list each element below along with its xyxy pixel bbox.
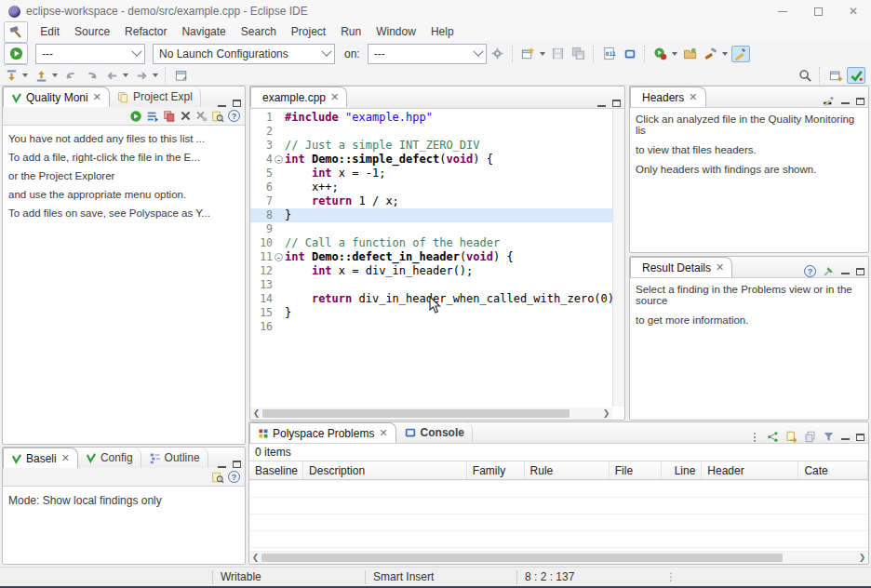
close-icon[interactable]: ✕	[716, 261, 724, 274]
chevron-down-icon[interactable]	[52, 74, 58, 77]
code-line-11[interactable]: 11int Demo::defect_in_header(void) {	[250, 250, 612, 264]
scroll-right-icon[interactable]: ❯	[856, 552, 868, 564]
menu-search[interactable]: Search	[234, 23, 284, 40]
launch-target-combo[interactable]: ---	[368, 44, 487, 64]
menu-window[interactable]: Window	[368, 23, 423, 40]
code-editor[interactable]: 1#include "example.hpp"23// Just a simpl…	[250, 108, 624, 420]
scroll-left-icon[interactable]: ❮	[250, 408, 262, 420]
polyspace-perspective-button[interactable]	[847, 67, 865, 84]
fold-collapse-icon[interactable]	[275, 155, 283, 164]
undo-button[interactable]	[61, 67, 80, 84]
open-perspective-button[interactable]	[826, 67, 845, 84]
baseline-tab-outline[interactable]: Outline	[141, 448, 208, 468]
column-header-file[interactable]: File	[610, 461, 662, 479]
close-icon[interactable]: ✕	[689, 91, 697, 103]
code-line-2[interactable]: 2	[250, 125, 612, 139]
view-menu-icon[interactable]	[749, 432, 760, 443]
menu-run[interactable]: Run	[333, 23, 368, 40]
chevron-down-icon[interactable]	[153, 74, 158, 77]
code-line-12[interactable]: 12 int x = div_in_header();	[250, 264, 612, 278]
menu-navigate[interactable]: Navigate	[174, 23, 233, 40]
column-header-rule[interactable]: Rule	[525, 461, 610, 479]
scroll-right-icon[interactable]: ❯	[600, 408, 612, 420]
close-icon[interactable]: ✕	[93, 91, 101, 103]
chevron-down-icon[interactable]	[672, 52, 677, 56]
forward-button[interactable]	[132, 67, 151, 84]
delete-all-icon[interactable]	[195, 110, 208, 122]
search-button[interactable]	[796, 67, 814, 84]
run-analysis-icon[interactable]	[129, 110, 142, 123]
redo-button[interactable]	[82, 67, 100, 84]
menu-refactor[interactable]: Refactor	[117, 23, 174, 40]
build-configuration-combo[interactable]: ---	[35, 44, 145, 64]
save-all-button[interactable]	[570, 46, 588, 62]
code-line-13[interactable]: 13	[250, 278, 612, 292]
chevron-down-icon[interactable]	[22, 74, 28, 77]
code-line-4[interactable]: 4int Demo::simple_defect(void) {	[250, 153, 612, 167]
fold-collapse-icon[interactable]	[275, 253, 283, 261]
minimize-button[interactable]	[765, 0, 800, 22]
pin-icon[interactable]	[823, 265, 835, 277]
code-line-1[interactable]: 1#include "example.hpp"	[250, 111, 612, 125]
menu-edit[interactable]: Edit	[33, 23, 67, 40]
help-icon[interactable]: ?	[228, 471, 240, 483]
maximize-view-icon[interactable]	[233, 100, 241, 107]
close-icon[interactable]: ✕	[379, 427, 387, 439]
editor-vertical-scrollbar[interactable]	[612, 111, 624, 407]
tab-example-cpp[interactable]: example.cpp ✕	[250, 87, 347, 107]
minimize-view-icon[interactable]	[218, 100, 226, 107]
save-button[interactable]	[549, 46, 568, 62]
quality-tab-quality-moni[interactable]: Quality Moni✕	[3, 87, 110, 107]
copy-icon[interactable]	[804, 431, 816, 443]
column-header-header[interactable]: Header	[702, 461, 798, 479]
build-binary-button[interactable]: 011	[600, 46, 619, 62]
filter-icon[interactable]	[823, 431, 835, 443]
scroll-thumb[interactable]	[261, 554, 783, 562]
pencil-icon[interactable]	[823, 95, 835, 107]
menu-help[interactable]: Help	[423, 23, 462, 40]
code-line-8[interactable]: 8}	[250, 208, 612, 222]
export-icon[interactable]	[785, 431, 797, 443]
console-button[interactable]	[621, 46, 639, 62]
menu-project[interactable]: Project	[284, 23, 333, 40]
chevron-down-icon[interactable]	[540, 52, 545, 56]
column-header-family[interactable]: Family	[467, 461, 525, 479]
gear-icon[interactable]	[489, 46, 507, 62]
maximize-view-icon[interactable]	[856, 434, 864, 441]
code-line-3[interactable]: 3// Just a simple INT_ZERO_DIV	[250, 139, 612, 153]
prev-annotation-button[interactable]	[32, 67, 50, 84]
problems-tab-polyspace-problems[interactable]: Polyspace Problems✕	[249, 422, 396, 443]
baseline-tab-baseli[interactable]: Baseli✕	[3, 448, 78, 468]
maximize-button[interactable]	[800, 0, 836, 22]
minimize-view-icon[interactable]	[841, 98, 850, 104]
scroll-left-icon[interactable]: ❮	[249, 552, 261, 564]
load-results-icon[interactable]	[211, 471, 224, 484]
load-results-icon[interactable]	[211, 110, 224, 123]
show-list-icon[interactable]	[146, 110, 159, 123]
code-line-6[interactable]: 6 x++;	[250, 180, 612, 194]
tab-headers[interactable]: Headers ✕	[630, 87, 706, 107]
problems-horizontal-scrollbar[interactable]: ❮ ❯	[249, 552, 868, 564]
menu-source[interactable]: Source	[67, 23, 117, 40]
toggle-annotations-button[interactable]	[731, 46, 750, 62]
new-wizard-button[interactable]	[519, 46, 538, 62]
quality-tab-project-expl[interactable]: Project Expl	[110, 87, 201, 107]
hammer-button[interactable]	[4, 21, 28, 43]
tab-result-details[interactable]: Result Details ✕	[630, 257, 732, 277]
help-icon[interactable]: ?	[804, 265, 816, 277]
column-header-description[interactable]: Description	[303, 461, 467, 479]
run-config-button[interactable]	[651, 46, 670, 62]
column-header-line[interactable]: Line	[662, 461, 702, 479]
status-overflow-icon[interactable]: ⋮	[665, 570, 677, 583]
minimize-view-icon[interactable]	[597, 100, 606, 107]
minimize-view-icon[interactable]	[841, 268, 850, 274]
link-editor-button[interactable]	[172, 67, 191, 84]
problems-tab-console[interactable]: Console	[396, 422, 473, 443]
code-line-5[interactable]: 5 int x = -1;	[250, 167, 612, 180]
code-line-7[interactable]: 7 return 1 / x;	[250, 194, 612, 208]
share-icon[interactable]	[767, 431, 779, 443]
minimize-view-icon[interactable]	[218, 461, 226, 468]
launch-configuration-combo[interactable]: No Launch Configurations	[153, 44, 335, 64]
back-button[interactable]	[102, 67, 121, 84]
mark-occurrences-button[interactable]	[702, 46, 720, 62]
